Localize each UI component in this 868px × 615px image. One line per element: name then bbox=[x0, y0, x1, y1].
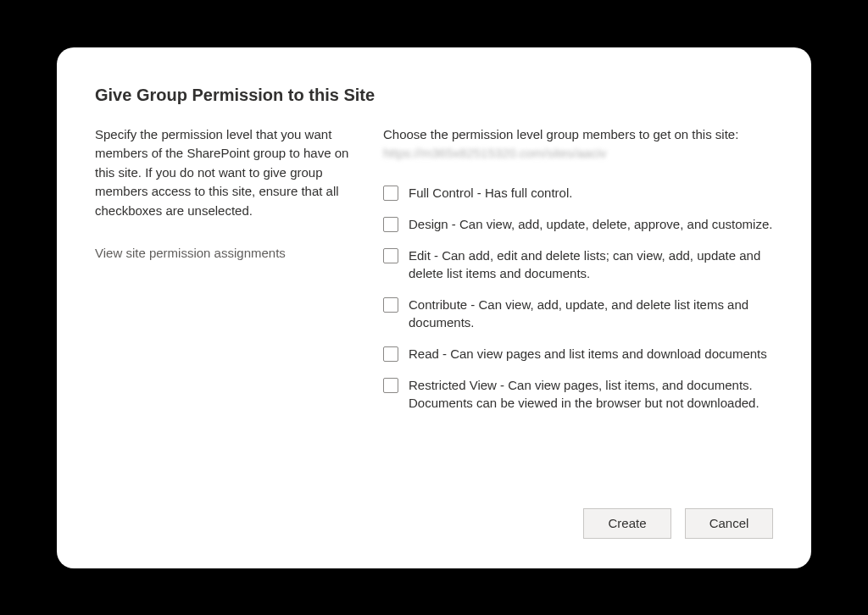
permission-item-full-control: Full Control - Has full control. bbox=[383, 184, 773, 202]
prompt-label: Choose the permission level group member… bbox=[383, 127, 738, 141]
permission-item-edit: Edit - Can add, edit and delete lists; c… bbox=[383, 247, 773, 282]
permission-label[interactable]: Restricted View - Can view pages, list i… bbox=[409, 376, 773, 412]
permission-item-contribute: Contribute - Can view, add, update, and … bbox=[383, 296, 773, 331]
view-assignments-link[interactable]: View site permission assignments bbox=[95, 246, 349, 260]
prompt-text: Choose the permission level group member… bbox=[383, 125, 773, 163]
left-column: Specify the permission level that you wa… bbox=[95, 125, 349, 488]
dialog-title: Give Group Permission to this Site bbox=[95, 86, 773, 105]
permission-label[interactable]: Design - Can view, add, update, delete, … bbox=[409, 215, 772, 233]
permission-label[interactable]: Full Control - Has full control. bbox=[409, 184, 572, 202]
create-button[interactable]: Create bbox=[583, 508, 671, 539]
checkbox-design[interactable] bbox=[383, 217, 398, 232]
permission-label[interactable]: Read - Can view pages and list items and… bbox=[409, 345, 767, 363]
checkbox-contribute[interactable] bbox=[383, 297, 398, 313]
button-row: Create Cancel bbox=[95, 508, 773, 539]
permission-label[interactable]: Contribute - Can view, add, update, and … bbox=[409, 296, 773, 331]
dialog-content: Specify the permission level that you wa… bbox=[95, 125, 773, 488]
checkbox-read[interactable] bbox=[383, 346, 398, 362]
checkbox-restricted-view[interactable] bbox=[383, 378, 398, 393]
cancel-button[interactable]: Cancel bbox=[685, 508, 773, 539]
permission-item-design: Design - Can view, add, update, delete, … bbox=[383, 215, 773, 233]
permission-item-read: Read - Can view pages and list items and… bbox=[383, 345, 773, 363]
right-column: Choose the permission level group member… bbox=[383, 125, 773, 488]
checkbox-full-control[interactable] bbox=[383, 186, 398, 201]
checkbox-edit[interactable] bbox=[383, 248, 398, 263]
permission-list: Full Control - Has full control. Design … bbox=[383, 184, 773, 412]
site-url: https://m365x82515320.com/sites/aaciv bbox=[383, 146, 606, 160]
description-text: Specify the permission level that you wa… bbox=[95, 125, 349, 221]
permission-label[interactable]: Edit - Can add, edit and delete lists; c… bbox=[409, 247, 773, 282]
permission-dialog: Give Group Permission to this Site Speci… bbox=[57, 47, 811, 568]
permission-item-restricted-view: Restricted View - Can view pages, list i… bbox=[383, 376, 773, 412]
